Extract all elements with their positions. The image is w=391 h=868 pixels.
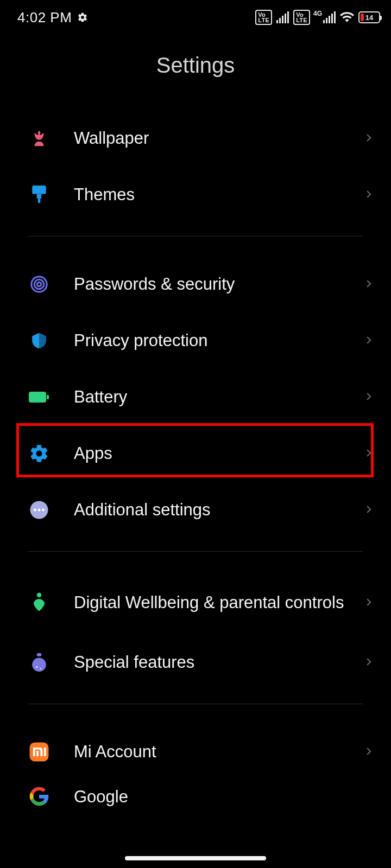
settings-item-label: Passwords & security [74, 274, 364, 295]
status-indicators: VoLTE VoLTE 4G 14 [255, 0, 380, 35]
signal-icon-2 [323, 11, 336, 23]
svg-point-16 [40, 668, 42, 669]
status-time: 4:02 PM [17, 9, 88, 26]
chevron-right-icon [364, 335, 375, 346]
chevron-right-icon [364, 133, 375, 144]
settings-item-label: Privacy protection [74, 330, 364, 352]
chevron-right-icon [364, 597, 375, 608]
page-title: Settings [0, 53, 391, 78]
volte-icon-2: VoLTE [293, 10, 310, 25]
settings-item-wallpaper[interactable]: Wallpaper [0, 110, 391, 167]
shield-cube-icon [28, 330, 50, 352]
wifi-icon [340, 10, 354, 24]
flask-icon [28, 652, 50, 673]
battery-icon [28, 386, 50, 408]
settings-item-mi-account[interactable]: Mi Account [0, 724, 391, 780]
settings-item-themes[interactable]: Themes [0, 167, 391, 223]
settings-item-label: Special features [74, 652, 364, 673]
chevron-right-icon [364, 189, 375, 200]
network-type: 4G [313, 10, 322, 17]
svg-rect-2 [38, 199, 40, 203]
chevron-right-icon [364, 448, 375, 459]
chevron-right-icon [364, 279, 375, 290]
svg-point-4 [34, 279, 44, 289]
svg-point-14 [32, 658, 46, 672]
divider [28, 551, 363, 552]
svg-rect-1 [37, 194, 42, 199]
settings-item-label: Mi Account [74, 742, 364, 763]
settings-list: Wallpaper Themes Passwords & security Pr… [0, 110, 391, 813]
settings-item-label: Additional settings [74, 500, 364, 521]
heart-person-icon [28, 592, 50, 614]
settings-item-apps[interactable]: Apps [0, 425, 391, 482]
divider [28, 704, 363, 704]
settings-item-additional-settings[interactable]: Additional settings [0, 482, 391, 538]
settings-item-digital-wellbeing[interactable]: Digital Wellbeing & parental controls [0, 571, 391, 634]
google-logo-icon [28, 786, 50, 807]
status-bar: 4:02 PM VoLTE VoLTE 4G 14 [0, 0, 391, 35]
svg-point-12 [37, 593, 42, 598]
svg-point-9 [34, 509, 36, 512]
brush-icon [28, 184, 50, 206]
settings-item-label: Apps [74, 443, 364, 464]
settings-active-icon [77, 12, 88, 23]
signal-icon [276, 11, 289, 23]
svg-rect-13 [37, 653, 42, 656]
settings-item-label: Themes [74, 184, 364, 206]
fingerprint-icon [28, 273, 50, 295]
battery-percent: 14 [365, 14, 373, 22]
settings-item-label: Wallpaper [74, 128, 364, 149]
battery-icon: 14 [358, 11, 380, 23]
chevron-right-icon [364, 392, 375, 403]
volte-icon: VoLTE [255, 10, 272, 25]
settings-item-label: Battery [74, 387, 364, 408]
chevron-right-icon [364, 657, 375, 668]
settings-item-label: Digital Wellbeing & parental controls [74, 592, 364, 614]
navigation-bar-indicator [125, 856, 266, 860]
settings-item-battery[interactable]: Battery [0, 369, 391, 425]
settings-item-passwords-security[interactable]: Passwords & security [0, 256, 391, 312]
gear-icon [28, 443, 50, 464]
settings-item-privacy-protection[interactable]: Privacy protection [0, 312, 391, 369]
clock-text: 4:02 PM [17, 9, 72, 26]
more-dots-icon [28, 499, 50, 521]
settings-item-google[interactable]: Google [0, 780, 391, 813]
tulip-icon [28, 127, 50, 149]
chevron-right-icon [364, 505, 375, 515]
settings-item-special-features[interactable]: Special features [0, 634, 391, 691]
svg-point-11 [42, 509, 45, 512]
svg-point-10 [38, 509, 41, 512]
mi-logo-icon [28, 741, 50, 763]
svg-rect-0 [32, 186, 46, 194]
svg-point-15 [36, 666, 37, 668]
settings-item-label: Google [74, 787, 375, 808]
divider [28, 236, 363, 237]
svg-point-5 [37, 282, 41, 286]
chevron-right-icon [364, 746, 375, 757]
svg-rect-7 [47, 395, 49, 399]
svg-rect-6 [29, 392, 46, 403]
